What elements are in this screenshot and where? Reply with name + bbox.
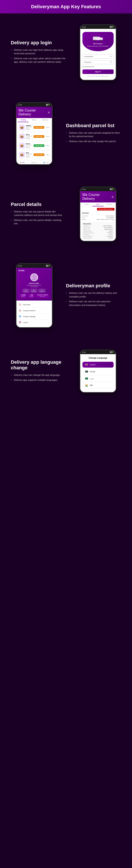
profile-text-block: Deliveryman profile Delivery man can see… xyxy=(62,283,126,308)
login-email-field[interactable]: Email/Mobile* ✉ xyxy=(82,54,114,59)
merchant-info: Shop Name: Demo Merchant Phone: 01813449… xyxy=(80,215,116,221)
dashboard-bullets: Delivery man can view parcels assigned t… xyxy=(66,131,121,143)
parcel-status-bar: 11:30 ▐▐ 🔋 xyxy=(80,187,116,191)
map-link-3[interactable]: Map ▸ xyxy=(46,145,49,146)
lang-option-english[interactable]: 🇬🇧 English xyxy=(82,362,114,368)
menu-change-password[interactable]: 🔒 Change Password xyxy=(18,308,50,314)
status-time: 11:30 xyxy=(82,26,86,28)
menu-logout[interactable]: 🚪 Log out xyxy=(18,319,50,325)
bal-val-3: Total COD ৳ 3,500.00 xyxy=(37,294,47,296)
lang-time: 11:30 xyxy=(82,351,86,353)
map-link-2[interactable]: Map ▸ xyxy=(46,136,49,137)
dash-item-1: 📦 Jajabor... Tk 500.00 | Cash Payment Ch… xyxy=(18,123,51,131)
stat-label-2: Delivered xyxy=(32,291,36,292)
language-text-block: Delivery app language change Delivery ma… xyxy=(6,359,70,383)
section-dashboard: Dashboard parcel list Delivery man can v… xyxy=(0,91,132,176)
remember-checkbox[interactable] xyxy=(82,66,84,67)
parcel-icon-1: 📦 xyxy=(19,124,25,130)
parcel-info-title: Parcel Info xyxy=(83,223,113,225)
map-link-1[interactable]: Map ▸ xyxy=(46,127,49,128)
section-parcel: Parcel details Delivery man can see parc… xyxy=(0,176,132,252)
lang-bullet-1: Delivery man can change the app language… xyxy=(11,373,66,377)
lang-label-english: English xyxy=(90,364,96,366)
lang-status-bar: 11:30 ▐▐ 🔋 xyxy=(80,350,116,354)
dash-tabs[interactable]: Pending Return Delivered xyxy=(16,118,52,122)
flag-arabic: 🇸🇦 xyxy=(85,377,88,380)
pf-8: Cash Collection:Tk 0.00 xyxy=(83,238,113,239)
lang-option-arabic[interactable]: 🇸🇦 عربی xyxy=(82,376,114,381)
parcel-time: 11:30 xyxy=(82,189,86,190)
status-btn-2[interactable]: Change Status xyxy=(34,135,45,138)
nav-history[interactable]: 📋 History xyxy=(28,162,40,163)
parcel-menu-icon: ☰ xyxy=(112,196,114,198)
remember-label: Remember Me xyxy=(85,66,94,67)
parcel-tab-delivered[interactable]: Delivered xyxy=(104,203,115,206)
login-phone: 11:30 ▐▐ 🔋 We Courier Ple xyxy=(80,24,117,81)
language-phone-wrap: 11:30 ▐▐ 🔋 Change Language 🇬🇧 English 🇧🇩… xyxy=(70,349,126,393)
edit-icon: ✏️ xyxy=(18,303,21,306)
profile-time: 11:30 xyxy=(18,265,22,267)
menu-edit-profile[interactable]: ✏️ Edit Profile xyxy=(18,302,50,308)
nav-home[interactable]: 🏠 Home xyxy=(16,162,28,163)
tab-pending[interactable]: Pending xyxy=(18,118,29,122)
tab-delivered[interactable]: Delivered xyxy=(40,118,51,122)
map-link-4[interactable]: Map ▸ xyxy=(46,154,49,155)
tab-return[interactable]: Return xyxy=(29,118,40,122)
profile-avatar xyxy=(30,273,38,281)
bal-val-2: ৳ 440 xyxy=(30,294,33,296)
lang-option-hindi[interactable]: 🇮🇳 हिंदी xyxy=(82,382,114,389)
page-title: Deliveryman App Key Features xyxy=(4,4,128,9)
language-phone: 11:30 ▐▐ 🔋 Change Language 🇬🇧 English 🇧🇩… xyxy=(80,349,117,393)
parcel-icon-2: 📦 xyxy=(19,133,25,140)
login-heading: Delivery app login xyxy=(11,40,66,45)
item-name-3: Emma xyxy=(26,143,33,145)
item-info-3: Emma Tk 120.00 | Cash Payment xyxy=(26,143,33,148)
bal-box-1: ৳ 13400 Balance xyxy=(19,293,27,298)
flag-bangla: 🇧🇩 xyxy=(85,370,88,373)
parcel-phone-wrap: 11:30 ▐▐ 🔋 We Courier Delivery ☰ Pending… xyxy=(70,187,126,242)
lang-label-bangla: Bangla xyxy=(90,371,95,373)
nav-profile[interactable]: 👤 Profile xyxy=(40,162,52,163)
lang-label-hindi: हिंदी xyxy=(90,384,93,387)
lang-option-bangla[interactable]: 🇧🇩 Bangla xyxy=(82,369,114,375)
item-detail-3: Tk 120.00 | Cash Payment xyxy=(26,145,33,148)
dashboard-phone: 11:30 ▐▐ 🔋 We Courier Delivery ☰ Pending… xyxy=(16,102,53,165)
mf3-value: Dhaka, Uttara, Sector-07, Dhaka xyxy=(97,219,114,220)
parcel-highlight-btn[interactable]: Delivered/Inter-Branch xyxy=(97,208,114,211)
parcel-tab-return[interactable]: Return xyxy=(92,203,104,206)
section-profile: Deliveryman profile Delivery man can see… xyxy=(0,252,132,339)
menu-change-language[interactable]: 🌐 Change Language xyxy=(18,314,50,319)
parcel-bullets: Delivery man can see parcel details like… xyxy=(11,210,66,225)
flag-hindi: 🇮🇳 xyxy=(85,384,88,387)
parcel-signal: ▐▐ 🔋 xyxy=(109,188,114,190)
parcel-screen: We Courier Delivery ☰ Pending Return Del… xyxy=(80,191,116,240)
status-btn-1[interactable]: Change Status xyxy=(34,126,45,129)
pf-5: Deliverable Amount:Tk 100.00 xyxy=(83,232,113,234)
stat-val-1: 4 xyxy=(24,289,28,291)
login-password-field[interactable]: Password* 👁 xyxy=(82,60,114,64)
item-name-2: Elena xyxy=(26,134,33,135)
dashboard-phone-wrap: 11:30 ▐▐ 🔋 We Courier Delivery ☰ Pending… xyxy=(6,102,62,165)
profile-screen: Profile Delivery Man deliveryman@gmail.c… xyxy=(16,268,52,327)
lang-screen: Change Language 🇬🇧 English 🇧🇩 Bangla 🇸🇦 … xyxy=(80,354,116,392)
bal-label-3: Total COD xyxy=(37,296,47,297)
svg-point-2 xyxy=(94,40,95,41)
eye-icon: 👁 xyxy=(110,61,112,63)
login-brand: We Courier xyxy=(85,43,112,45)
dash-header: We Courier Delivery ☰ xyxy=(16,107,52,118)
parcel-tab-pending[interactable]: Pending xyxy=(81,203,92,206)
pf-3: Pickup Time:Regular Pickup xyxy=(83,229,113,230)
dashboard-screen: We Courier Delivery ☰ Pending Return Del… xyxy=(16,107,52,164)
signin-button[interactable]: Sign In xyxy=(82,69,114,74)
dashboard-text-block: Dashboard parcel list Delivery man can v… xyxy=(62,123,126,145)
parcel-tabs[interactable]: Pending Return Delivered xyxy=(80,203,116,207)
dash-signal: ▐▐ 🔋 xyxy=(46,104,50,106)
pf-7: Current Payment:Tk 2000.00 xyxy=(83,236,113,237)
status-btn-4[interactable]: Change Status xyxy=(34,153,45,156)
status-btn-3[interactable]: Change Status xyxy=(34,144,45,147)
profile-header: Profile Delivery Man deliveryman@gmail.c… xyxy=(16,268,52,301)
profile-phone: 01913234834 xyxy=(30,286,38,287)
stat-3: 2 Cancelled xyxy=(38,289,46,293)
dashboard-bullet-2: Delivery man will see only assign him pa… xyxy=(66,140,121,143)
merchant-field-2: Phone: 01813449654 xyxy=(82,217,114,218)
